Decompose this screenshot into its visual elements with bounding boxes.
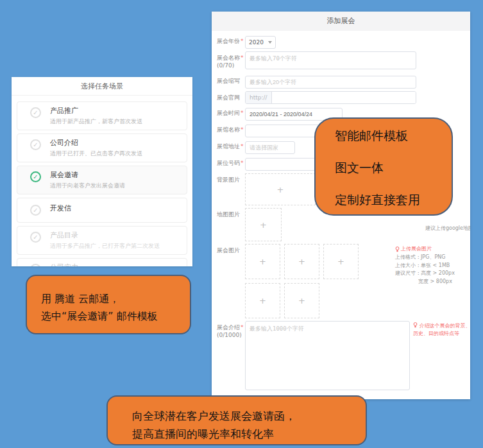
intro-textarea[interactable] [245,321,410,390]
map-upload-box[interactable]: + [245,208,282,241]
country-select-input[interactable] [245,141,295,154]
scenario-item-title: 开发信 [50,203,71,213]
background-upload-box[interactable]: + [245,173,316,205]
name-label: 展会名称*(0/70) [217,51,245,72]
chevron-down-icon [268,41,272,44]
callout-line: 向全球潜在客户发送展会邀请函， [132,407,366,425]
scenario-item-text: 公司介绍 适用于已打开、已点击客户再次发送 [50,138,142,158]
scenario-panel-title: 选择任务场景 [12,77,192,96]
intro-counter: (0/1000) [217,331,245,339]
name-counter: (0/70) [217,62,245,69]
scenario-item-dev-letter[interactable]: ✓ 开发信 [17,198,187,223]
abbr-field [245,74,464,89]
photo-upload-box[interactable]: + [245,244,280,279]
check-icon: ✓ [33,109,38,116]
intro-row: 展会介绍*(0/1000) 介绍这个展会的背景、历史、目的或特点等 [217,321,464,393]
plus-icon: + [298,296,305,306]
scenario-item-company-strength[interactable]: ✓ 公司实力 适用于已打开、已点击的客户第四次发送 [17,258,187,266]
check-circle-icon: ✓ [30,232,41,243]
scenario-item-text: 产品推广 适用于新产品推广，新客户首次发送 [50,106,142,126]
url-prefix: http:// [246,92,272,103]
required-asterisk: * [241,55,244,61]
intro-hint: 介绍这个展会的背景、历史、目的或特点等 [413,322,470,338]
photo-upload-box[interactable]: + [284,244,319,279]
callout-line: 图文一体 [335,160,452,177]
exhibition-photos-row: 展会图片 + + + + + 上传展会图片 上传格式：JPG、 [217,244,464,318]
scenario-item-title: 公司实力 [50,263,154,266]
scenario-item-subtitle: 适用于向老客户发出展会邀请 [50,182,125,190]
lightbulb-icon [395,246,400,252]
scenario-item-product-promo[interactable]: ✓ 产品推广 适用于新产品推广，新客户首次发送 [17,101,187,130]
scenario-item-company-intro[interactable]: ✓ 公司介绍 适用于已打开、已点击客户再次发送 [17,134,187,162]
address-label: 展馆地址* [217,140,245,154]
required-asterisk: * [241,160,244,166]
website-input[interactable] [272,92,416,103]
exhibition-photos-field: + + + + + 上传展会图片 上传格式：JPG、PNG 上传大小：单张 < … [245,244,464,318]
scenario-item-title: 公司介绍 [50,138,142,148]
callout-line: 用 腾道 云邮通， [41,290,190,307]
name-field [245,51,464,72]
photo-upload-box[interactable]: + [323,244,359,279]
check-circle-icon: ✓ [30,139,41,150]
callout-line: 定制好直接套用 [335,192,452,209]
scenario-item-title: 展会邀请 [50,170,125,180]
intro-field: 介绍这个展会的背景、历史、目的或特点等 [245,321,464,393]
photo-hint-line: 上传大小：单张 < 1MB [395,262,470,270]
scenario-item-text: 开发信 [50,203,71,215]
callout-line: 智能邮件模板 [335,128,452,144]
photo-upload-hints: 上传展会图片 上传格式：JPG、PNG 上传大小：单张 < 1MB 建议尺寸：高… [395,245,470,286]
check-circle-icon: ✓ [30,205,41,216]
photo-hint-line: 建议尺寸：高度 > 200px [395,270,470,277]
intro-hint-text: 介绍这个展会的背景、历史、目的或特点等 [413,323,470,336]
scenario-item-text: 公司实力 适用于已打开、已点击的客户第四次发送 [50,263,154,266]
check-icon: ✓ [33,173,38,180]
scenario-item-subtitle: 适用于已打开、已点击客户再次发送 [50,150,142,158]
abbr-input[interactable] [245,76,416,89]
callout-smart-template: 智能邮件模板 图文一体 定制好直接套用 [314,117,453,216]
name-input[interactable] [245,51,416,69]
map-image-label: 地图图片 [217,208,245,241]
map-hint-fragment: 0px [410,217,470,225]
scenario-list: ✓ 产品推广 适用于新产品推广，新客户首次发送 ✓ 公司介绍 适用于已打开、已点… [12,96,192,266]
intro-label: 展会介绍*(0/1000) [217,321,245,393]
callout-send-invites: 向全球潜在客户发送展会邀请函， 提高直播间的曝光率和转化率 [106,395,367,445]
plus-icon: + [260,220,267,230]
photo-upload-box[interactable]: + [245,283,280,318]
year-select-value: 2020 [249,39,264,46]
scenario-item-title: 产品目录 [50,230,160,240]
year-select[interactable]: 2020 [245,36,276,49]
plus-icon: + [277,185,284,194]
plus-icon: + [259,257,266,266]
check-circle-icon-selected: ✓ [30,171,41,182]
photo-hint-title: 上传展会图片 [395,245,470,253]
photo-upload-box[interactable]: + [284,283,319,318]
required-asterisk: * [241,38,244,44]
time-label: 展会时间* [217,107,245,121]
callout-line: 选中“展会邀请” 邮件模板 [41,307,190,325]
scenario-item-subtitle: 适用于新产品推广，新客户首次发送 [50,117,142,126]
lightbulb-icon [413,322,418,328]
required-asterisk: * [241,110,244,116]
year-field: 2020 [245,35,464,49]
abbr-label: 展会缩写 [217,74,245,89]
plus-icon: + [298,257,305,266]
scenario-item-exhibition-invite[interactable]: ✓ 展会邀请 适用于向老客户发出展会邀请 [17,166,187,194]
required-asterisk: * [241,126,244,133]
exhibition-photos-label: 展会图片 [217,244,245,318]
photo-hint-line: 上传格式：JPG、PNG [395,254,470,261]
scenario-item-subtitle: 适用于多产品推广，已打开客户第二次发送 [50,242,160,250]
booth-label: 展位号码* [217,157,245,171]
page-background: 选择任务场景 ✓ 产品推广 适用于新产品推广，新客户首次发送 ✓ 公司介绍 适用… [0,0,483,448]
hall-label: 展馆名称* [217,123,245,137]
background-image-label: 背景图片 [217,173,245,205]
callout-line: 提高直播间的曝光率和转化率 [132,425,366,443]
year-row: 展会年份* 2020 [217,35,464,49]
check-icon: ✓ [33,207,38,214]
scenario-item-product-catalog[interactable]: ✓ 产品目录 适用于多产品推广，已打开客户第二次发送 [17,226,187,255]
check-circle-icon: ✓ [30,107,41,118]
check-icon: ✓ [33,234,38,241]
photo-hint-title-text: 上传展会图片 [401,245,432,253]
map-hint-text: 建议上传google地图图片 [410,225,470,232]
modal-title: 添加展会 [212,12,470,31]
year-label: 展会年份* [217,35,245,49]
